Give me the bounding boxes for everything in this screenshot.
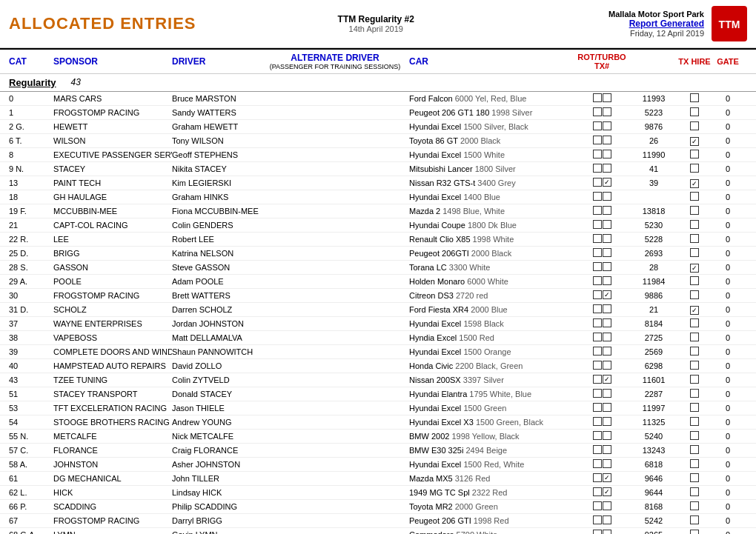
table-row: 6 T. WILSON Tony WILSON Toyota 86 GT 200… bbox=[0, 134, 756, 148]
cell-car: Nissan R32 GTS-t 3400 Grey bbox=[409, 178, 572, 187]
table-row: 51 STACEY TRANSPORT Donald STACEY Hyunda… bbox=[0, 387, 756, 401]
cell-rot-turbo bbox=[572, 192, 631, 202]
cell-txhire bbox=[676, 93, 713, 104]
checkbox-turbo bbox=[603, 93, 611, 102]
cell-cat: 9 N. bbox=[9, 164, 53, 173]
checkbox-pair bbox=[593, 192, 611, 201]
checkbox-rot bbox=[593, 445, 602, 454]
checkbox-pair bbox=[593, 121, 611, 130]
cell-txnum: 5240 bbox=[631, 432, 676, 441]
cell-txnum: 13243 bbox=[631, 446, 676, 455]
cell-cat: 1 bbox=[9, 108, 53, 117]
cell-driver: Nick METCALFE bbox=[172, 432, 261, 441]
cell-rot-turbo bbox=[572, 333, 631, 343]
table-row: 22 R. LEE Robert LEE Renault Clio X85 19… bbox=[0, 233, 756, 247]
checkbox-turbo bbox=[603, 234, 611, 243]
cell-driver: Gavin LYMN bbox=[172, 530, 261, 534]
checkbox-rot bbox=[593, 276, 602, 285]
checkbox-rot bbox=[593, 417, 602, 426]
cell-gate: 0 bbox=[713, 474, 743, 483]
table-row: 54 STOOGE BROTHERS RACING Andrew YOUNG H… bbox=[0, 415, 756, 430]
cell-sponsor: STACEY TRANSPORT bbox=[53, 390, 172, 398]
ttm-logo: TTM bbox=[712, 6, 747, 41]
driver-header: DRIVER bbox=[172, 56, 261, 67]
checkbox-pair bbox=[593, 403, 611, 412]
cell-driver: Bruce MARSTON bbox=[172, 94, 261, 103]
checkbox-txhire bbox=[690, 234, 699, 243]
event-name: TTM Regularity #2 bbox=[196, 14, 556, 24]
cell-car: Hyundai Coupe 1800 Dk Blue bbox=[409, 221, 572, 230]
checkbox-pair bbox=[593, 276, 611, 285]
checkbox-txhire bbox=[690, 375, 699, 384]
cell-driver: Matt DELLAMALVA bbox=[172, 333, 261, 342]
cell-txnum: 21 bbox=[631, 305, 676, 314]
checkbox-pair bbox=[593, 389, 611, 398]
cell-sponsor: BRIGG bbox=[53, 249, 172, 258]
cell-driver: Shaun PANNOWITCH bbox=[172, 347, 261, 356]
logo: TTM bbox=[712, 6, 747, 41]
cell-txhire bbox=[676, 389, 713, 399]
cell-gate: 0 bbox=[713, 376, 743, 384]
cell-txhire bbox=[676, 459, 713, 470]
cell-sponsor: WILSON bbox=[53, 136, 172, 145]
checkbox-txhire bbox=[690, 318, 699, 327]
cell-sponsor: WAYNE ENTERPRISES bbox=[53, 319, 172, 328]
checkbox-pair bbox=[593, 304, 611, 313]
cell-cat: 31 D. bbox=[9, 305, 53, 314]
table-row: 13 PAINT TECH Kim LEGIERSKI Nissan R32 G… bbox=[0, 176, 756, 190]
report-generated-label[interactable]: Report Generated bbox=[556, 19, 704, 29]
checkbox-txhire bbox=[690, 445, 699, 454]
cell-txhire bbox=[676, 192, 713, 202]
checkbox-turbo bbox=[603, 459, 611, 468]
cell-txnum: 11984 bbox=[631, 277, 676, 286]
cell-rot-turbo bbox=[572, 375, 631, 385]
cell-car: Hyundai Excel 1500 Silver, Black bbox=[409, 122, 572, 131]
cell-cat: 53 bbox=[9, 404, 53, 413]
cell-cat: 54 bbox=[9, 418, 53, 427]
cell-driver: Philip SCADDING bbox=[172, 502, 261, 511]
cell-car: Honda Civic 2200 Black, Green bbox=[409, 361, 572, 370]
table-row: 9 N. STACEY Nikita STACEY Mitsubishi Lan… bbox=[0, 162, 756, 176]
cell-driver: Nikita STACEY bbox=[172, 164, 261, 173]
cell-sponsor: TZEE TUNING bbox=[53, 376, 172, 384]
checkbox-turbo bbox=[603, 375, 611, 384]
cell-rot-turbo bbox=[572, 445, 631, 455]
cell-cat: 66 P. bbox=[9, 502, 53, 511]
gate-header: Gate bbox=[713, 57, 743, 66]
cell-gate: 0 bbox=[713, 249, 743, 258]
checkbox-pair bbox=[593, 361, 611, 370]
checkbox-txhire bbox=[690, 248, 699, 257]
cell-gate: 0 bbox=[713, 178, 743, 187]
checkbox-turbo bbox=[603, 389, 611, 398]
cell-driver: Darryl BRIGG bbox=[172, 516, 261, 525]
cell-driver: Katrina NELSON bbox=[172, 249, 261, 258]
cell-driver: Robert LEE bbox=[172, 235, 261, 244]
checkbox-pair bbox=[593, 220, 611, 229]
cell-txnum: 26 bbox=[631, 136, 676, 145]
cell-driver: Sandy WATTERS bbox=[172, 108, 261, 117]
checkbox-turbo bbox=[603, 318, 611, 327]
checkbox-turbo bbox=[603, 136, 611, 144]
checkbox-pair bbox=[593, 501, 611, 510]
checkbox-pair bbox=[593, 290, 611, 299]
cell-sponsor: GASSON bbox=[53, 263, 172, 272]
cell-sponsor: HAMPSTEAD AUTO REPAIRS bbox=[53, 361, 172, 370]
cell-car: Mazda MX5 3126 Red bbox=[409, 474, 572, 483]
checkbox-pair bbox=[593, 93, 611, 102]
checkbox-turbo bbox=[603, 150, 611, 158]
cell-txnum: 41 bbox=[631, 164, 676, 173]
cell-car: Mazda 2 1498 Blue, White bbox=[409, 207, 572, 216]
cell-txnum: 9644 bbox=[631, 488, 676, 497]
cell-cat: 2 G. bbox=[9, 122, 53, 131]
cell-rot-turbo bbox=[572, 417, 631, 427]
section-header: Regularity 43 bbox=[0, 74, 756, 92]
cell-txnum: 11601 bbox=[631, 376, 676, 384]
table-row: 8 EXECUTIVE PASSENGER SERV Geoff STEPHEN… bbox=[0, 148, 756, 162]
cell-driver: Adam POOLE bbox=[172, 277, 261, 286]
checkbox-turbo bbox=[603, 262, 611, 271]
checkbox-txhire bbox=[690, 333, 699, 341]
car-header: CAR bbox=[409, 56, 572, 67]
checkbox-turbo bbox=[603, 192, 611, 201]
cell-txhire bbox=[676, 487, 713, 498]
cell-cat: 37 bbox=[9, 319, 53, 328]
